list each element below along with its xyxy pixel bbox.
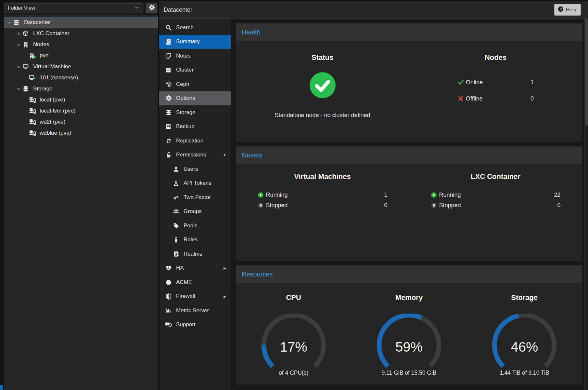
guests-panel-title: Guests [242, 152, 262, 159]
guest-status-row-running: Running22 [431, 190, 561, 200]
nav-item-search[interactable]: Search [159, 20, 231, 35]
building-icon [22, 41, 32, 48]
nav-item-realms[interactable]: Realms [159, 247, 231, 261]
storage-disk-icon [29, 108, 38, 114]
nav-item-label: Storage [176, 109, 196, 116]
resource-column-storage: Storage46%1.44 TiB of 3.10 TiB [467, 283, 582, 384]
tree-item-wd2t-pve[interactable]: wd2t (pve) [4, 116, 158, 128]
cluster-status-column: Status Standalone node - no cluster defi… [236, 41, 409, 142]
caret-down-icon: ▼ [223, 153, 226, 157]
tree-item-datacenter[interactable]: Datacenter [4, 17, 158, 28]
nav-item-acme[interactable]: ACME [159, 275, 231, 289]
chevron-down-icon [134, 5, 139, 11]
nodes-status-column: Nodes Online1Offline0 [409, 41, 582, 142]
nav-item-firewall[interactable]: Firewall▶ [159, 289, 231, 304]
gear-icon [165, 95, 173, 101]
tree-item-wdblue-pve[interactable]: wdblue (pve) [4, 128, 158, 139]
scrollbar-thumb[interactable] [585, 19, 588, 126]
resource-heading: Storage [511, 293, 538, 302]
chevron-down-icon[interactable] [6, 20, 13, 25]
tree-item-lxc-container[interactable]: LXC Container [4, 28, 158, 39]
nav-item-notes[interactable]: Notes [159, 49, 231, 63]
user-outline-icon [172, 180, 180, 186]
heartbeat-icon [165, 265, 173, 271]
chevron-down-icon[interactable] [15, 64, 22, 69]
nodes-rows: Online1Offline0 [457, 77, 534, 110]
gauge-percent: 17% [256, 340, 331, 355]
cube-icon [22, 30, 32, 37]
guest-status-label: Running [266, 192, 288, 198]
tree-item-local-lvm-pve[interactable]: local-lvm (pve) [4, 105, 158, 116]
play-circle-icon [258, 192, 266, 198]
nav-item-roles[interactable]: Roles [159, 233, 231, 247]
nav-item-permissions[interactable]: Permissions▼ [159, 148, 231, 162]
search-icon [165, 24, 173, 31]
nav-item-replication[interactable]: Replication [159, 134, 231, 148]
nav-item-two-factor[interactable]: Two Factor [159, 190, 231, 205]
chevron-down-icon[interactable] [15, 87, 22, 91]
gauge-percent: 46% [487, 340, 562, 355]
user-icon [172, 166, 180, 172]
resource-column-cpu: CPU17%of 4 CPU(s) [236, 283, 351, 384]
nav-item-groups[interactable]: Groups [159, 205, 231, 219]
help-button[interactable]: ? Help [554, 4, 581, 16]
tree-item-local-pve[interactable]: local (pve) [4, 94, 158, 105]
tree-item-label: wdblue (pve) [40, 130, 71, 136]
nav-item-label: Notes [176, 53, 190, 59]
nav-item-label: Users [184, 166, 198, 172]
nav-item-label: API Tokens [184, 180, 211, 186]
status-heading: Status [312, 53, 333, 62]
guest-status-row-running: Running1 [258, 190, 388, 200]
guest-status-value: 0 [384, 202, 387, 209]
cluster-icon [165, 67, 173, 73]
key-icon [172, 194, 180, 201]
nav-item-users[interactable]: Users [159, 162, 231, 176]
nav-item-label: ACME [176, 279, 192, 286]
node-status-value: 1 [530, 79, 534, 86]
nav-item-backup[interactable]: Backup [159, 120, 231, 134]
tree-item-virtual-machine[interactable]: Virtual Machine [4, 61, 158, 72]
page-title: Datacenter [159, 7, 192, 13]
gauge-caption: 9.11 GiB of 15.50 GiB [382, 370, 437, 376]
nav-item-label: Replication [176, 138, 203, 144]
resources-panel-title: Resources [242, 271, 273, 278]
tree-item-101-opnsense[interactable]: 101 (opnsense) [4, 72, 158, 83]
guest-status-label: Stopped [266, 202, 288, 209]
proxmox-datacenter-window: Folder View DatacenterLXC ContainerNodes… [0, 0, 588, 390]
nav-item-storage[interactable]: Storage [159, 105, 231, 120]
nav-item-options[interactable]: Options [159, 91, 231, 106]
tree-item-storage[interactable]: Storage [4, 83, 158, 94]
guest-status-row-stopped: Stopped0 [258, 200, 388, 210]
nav-item-summary[interactable]: Summary [159, 35, 231, 49]
collapsed-panel-edge [0, 385, 3, 390]
resource-heading: CPU [286, 293, 301, 302]
tree-settings-button[interactable] [146, 3, 157, 13]
guest-rows: Running22Stopped0 [431, 190, 561, 211]
nav-item-ceph[interactable]: Ceph [159, 77, 231, 91]
chevron-right-icon[interactable] [15, 31, 22, 36]
nav-item-support[interactable]: Support [159, 318, 231, 332]
tree-item-nodes[interactable]: Nodes [4, 39, 158, 50]
nav-item-metric-server[interactable]: Metric Server [159, 303, 231, 318]
view-selector[interactable]: Folder View [4, 3, 143, 13]
nav-item-ha[interactable]: HA▶ [159, 261, 231, 276]
vertical-scrollbar[interactable] [584, 19, 588, 390]
status-ok-icon [309, 72, 336, 100]
left-edge-strip [0, 1, 4, 390]
nav-item-label: Pools [184, 222, 198, 229]
tree-toolbar: Folder View [4, 1, 158, 15]
nav-item-pools[interactable]: Pools [159, 219, 231, 233]
nav-item-cluster[interactable]: Cluster [159, 63, 231, 77]
guest-rows: Running1Stopped0 [258, 190, 388, 211]
database-icon [22, 86, 32, 92]
tree-item-pve[interactable]: pve [4, 50, 158, 61]
nav-item-label: Backup [176, 123, 195, 130]
resources-panel: Resources CPU17%of 4 CPU(s)Memory59%9.11… [236, 265, 582, 384]
vm-running-icon [29, 74, 38, 81]
guest-status-value: 1 [384, 192, 387, 198]
nav-item-api-tokens[interactable]: API Tokens [159, 176, 231, 191]
chevron-down-icon[interactable] [15, 42, 22, 47]
nav-item-label: Summary [176, 38, 200, 45]
users-icon [172, 208, 180, 215]
note-icon [165, 53, 173, 59]
